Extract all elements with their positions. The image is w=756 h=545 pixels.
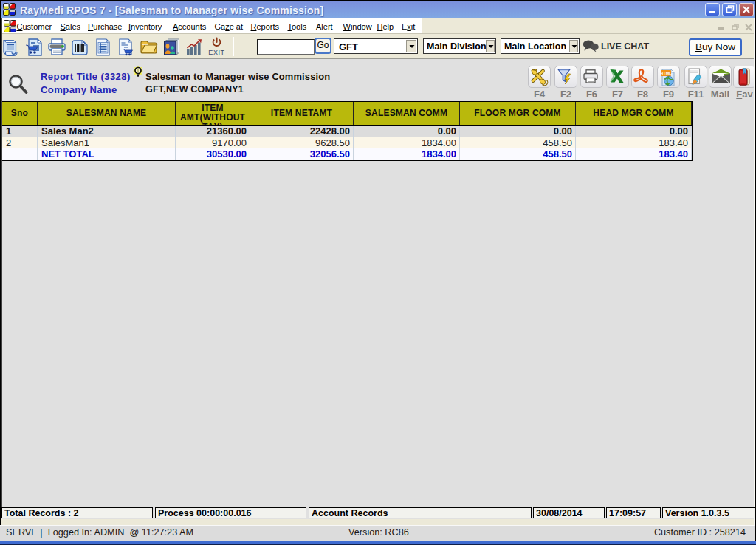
svg-text:HTML: HTML <box>660 71 672 75</box>
svg-text:EXIT: EXIT <box>208 49 224 56</box>
